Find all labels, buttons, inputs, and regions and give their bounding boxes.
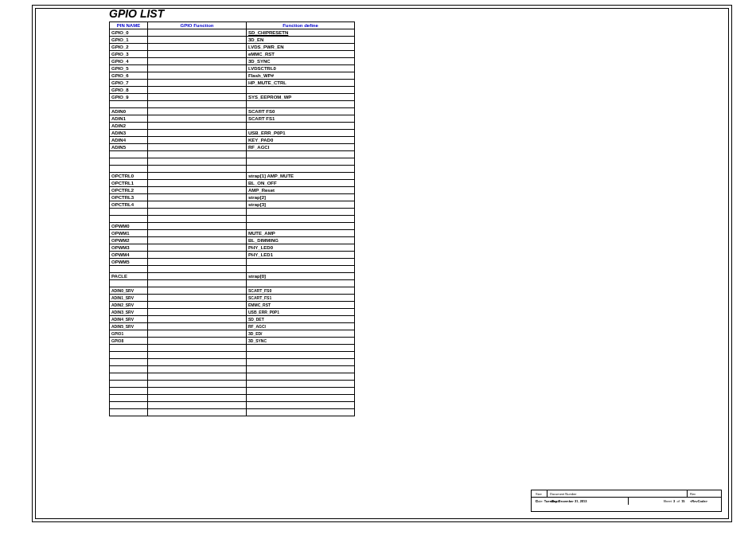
cell-pin-name: OPWM1 [110,230,148,237]
cell-pin-name: GPIO_9 [110,94,148,101]
cell-pin-name: GPIO_0 [110,29,148,37]
cell-pin-name: ADIN3_SRV [110,309,148,316]
cell-gpio-function [148,87,247,94]
table-row: GPIO_0SD_CHIPRESETN [110,29,355,37]
cell-function-define: PHY_LED0 [247,244,355,252]
cell-function-define: USB_ERR_P0P1 [247,309,355,316]
cell-gpio-function [148,180,247,187]
cell-gpio-function [148,359,247,366]
cell-gpio-function [148,381,247,388]
cell-pin-name: GPIO_6 [110,72,148,80]
table-row: GPIO_2LVDS_PWR_EN [110,44,355,51]
cell-pin-name: ADIN4 [110,137,148,144]
table-row: OPCTRL2AMP_Reset [110,187,355,194]
table-row: ADIN4KEY_PAD0 [110,137,355,144]
table-row [110,366,355,373]
cell-gpio-function [148,345,247,352]
col-pin-name: PIN NAME [110,22,148,29]
cell-gpio-function [148,352,247,359]
cell-pin-name [110,209,148,216]
table-row: OPCTRL4strap[3] [110,201,355,209]
table-row [110,352,355,359]
cell-function-define [247,280,355,287]
cell-function-define: eMMC_RST [247,51,355,58]
cell-pin-name [110,381,148,388]
tb-sheet: Sheet 3 of 15 [629,498,719,505]
cell-gpio-function [148,166,247,173]
table-row: ADIN1SCART FS1 [110,115,355,123]
table-row: PACLEstrap[0] [110,273,355,280]
table-row: ADIN3_SRVUSB_ERR_P0P1 [110,309,355,316]
cell-gpio-function [148,58,247,65]
cell-function-define [247,123,355,130]
cell-gpio-function [148,123,247,130]
cell-function-define: EMMC_RST [247,302,355,309]
table-row [110,266,355,273]
cell-pin-name [110,373,148,381]
cell-pin-name: ADIN5 [110,144,148,151]
cell-gpio-function [148,216,247,223]
cell-pin-name [110,101,148,108]
cell-gpio-function [148,158,247,166]
table-row [110,373,355,381]
cell-function-define [247,259,355,266]
page-title: GPIO LIST [109,7,164,20]
table-row [110,345,355,352]
cell-pin-name: ADIN1 [110,115,148,123]
cell-function-define: Flash_WP# [247,72,355,80]
cell-gpio-function [148,323,247,330]
table-row: OPWM5 [110,259,355,266]
cell-function-define [247,402,355,409]
cell-function-define [247,409,355,416]
cell-function-define: SD_DET [247,316,355,323]
table-row: ADIN0SCART FS0 [110,108,355,115]
table-row [110,158,355,166]
cell-pin-name: GPIO8 [110,338,148,345]
cell-pin-name: GPIO_2 [110,44,148,51]
cell-function-define [247,352,355,359]
cell-pin-name [110,366,148,373]
table-row [110,216,355,223]
cell-function-define: BL_DIMMING [247,237,355,244]
table-row: OPCTRL3strap[2] [110,194,355,201]
table-row: OPWM2BL_DIMMING [110,237,355,244]
table-row [110,409,355,416]
table-row [110,166,355,173]
cell-gpio-function [148,29,247,37]
cell-pin-name: OPWM3 [110,244,148,252]
cell-function-define [247,151,355,158]
cell-function-define: BL_ON_OFF [247,180,355,187]
cell-pin-name: GPIO_3 [110,51,148,58]
cell-pin-name [110,359,148,366]
table-row: OPCTRL0strap[1] AMP_MUTE [110,173,355,180]
cell-function-define: 3D_SYNC [247,58,355,65]
sheet-border: GPIO LIST PIN NAME GPIO Function Functio… [32,5,732,522]
cell-pin-name: PACLE [110,273,148,280]
cell-pin-name: ADIN5_SRV [110,323,148,330]
cell-pin-name: ADIN3 [110,130,148,137]
cell-gpio-function [148,65,247,72]
cell-gpio-function [148,230,247,237]
cell-gpio-function [148,266,247,273]
table-row: ADIN4_SRVSD_DET [110,316,355,323]
cell-pin-name: GPIO_4 [110,58,148,65]
cell-gpio-function [148,295,247,302]
table-row: OPWM1MUTE_AMP [110,230,355,237]
cell-function-define: RF_AGCI [247,323,355,330]
gpio-table: PIN NAME GPIO Function Function define G… [109,21,355,416]
cell-gpio-function [148,209,247,216]
cell-function-define [247,366,355,373]
cell-gpio-function [148,409,247,416]
cell-pin-name: GPIO_1 [110,37,148,44]
table-row: GPIO_43D_SYNC [110,58,355,65]
cell-gpio-function [148,151,247,158]
cell-pin-name: OPCTRL1 [110,180,148,187]
cell-pin-name [110,280,148,287]
cell-pin-name: OPCTRL3 [110,194,148,201]
cell-gpio-function [148,388,247,395]
cell-gpio-function [148,201,247,209]
cell-pin-name [110,388,148,395]
cell-gpio-function [148,237,247,244]
cell-gpio-function [148,402,247,409]
table-row: OPWM0 [110,223,355,230]
